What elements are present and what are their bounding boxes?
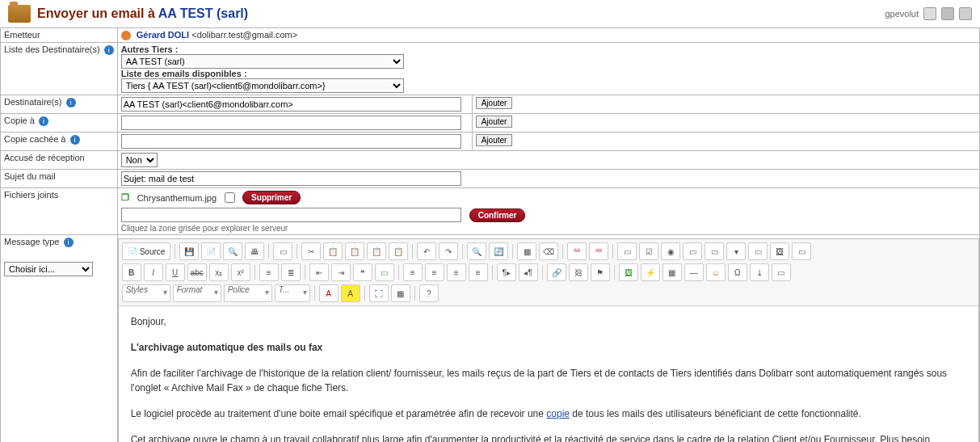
indent-icon[interactable]: ⇥ — [331, 263, 351, 281]
user-icon — [121, 31, 131, 40]
file-browse-input[interactable] — [121, 208, 461, 222]
text-color-icon[interactable]: A — [319, 284, 339, 302]
info-icon[interactable]: i — [66, 98, 76, 107]
table-icon[interactable]: ▦ — [662, 263, 682, 281]
add-copy-button[interactable]: Ajouter — [476, 116, 513, 128]
radio-icon[interactable]: ◉ — [661, 242, 680, 260]
image-icon[interactable]: 🖼 — [619, 263, 638, 281]
paste-icon[interactable]: 📋 — [345, 242, 364, 260]
styles-select[interactable]: Styles — [122, 284, 170, 302]
link-icon[interactable]: 🔗 — [547, 263, 566, 281]
bcc-input[interactable] — [121, 134, 461, 149]
preview-icon[interactable]: 🔍 — [223, 242, 242, 260]
template-icon[interactable]: ▭ — [273, 242, 292, 260]
print-icon[interactable]: 🖶 — [245, 242, 264, 260]
removeformat-icon[interactable]: ⌫ — [539, 242, 558, 260]
add-bcc-button[interactable]: Ajouter — [476, 134, 513, 146]
unlink-icon[interactable]: ⛓ — [569, 263, 588, 281]
hr-icon[interactable]: ― — [684, 263, 704, 281]
attachment-checkbox[interactable] — [225, 192, 235, 203]
body-greeting: Bonjour, — [131, 314, 966, 329]
paste-text-icon[interactable]: 📋 — [367, 242, 386, 260]
bold-icon[interactable]: B — [122, 263, 141, 281]
paste-word-icon[interactable]: 📋 — [389, 242, 408, 260]
checkbox-icon[interactable]: ☑ — [639, 242, 658, 260]
body-link-copie[interactable]: copie — [546, 408, 570, 419]
anchor-icon[interactable]: ⚑ — [591, 263, 610, 281]
align-left-icon[interactable]: ≡ — [403, 263, 423, 281]
align-justify-icon[interactable]: ≡ — [469, 263, 488, 281]
underline-icon[interactable]: U — [166, 263, 185, 281]
outdent-icon[interactable]: ⇤ — [309, 263, 329, 281]
iframe-icon[interactable]: ▭ — [772, 263, 791, 281]
maximize-icon[interactable]: ⛶ — [369, 284, 389, 302]
folder-icon — [8, 5, 31, 23]
label-recipients-list: Liste des Destinataire(s) i — [1, 43, 118, 95]
copy-to-input[interactable] — [121, 116, 461, 130]
button-icon[interactable]: ▭ — [748, 242, 768, 260]
template-select[interactable]: Choisir ici... — [4, 262, 93, 276]
imagebutton-icon[interactable]: 🖼 — [770, 242, 789, 260]
lock-icon[interactable] — [941, 7, 954, 20]
form-icon[interactable]: ▭ — [617, 242, 637, 260]
about-icon[interactable]: ? — [419, 284, 439, 302]
subject-input[interactable] — [121, 171, 461, 186]
scayt-icon[interactable]: ᴬᴮ — [589, 242, 608, 260]
ltr-icon[interactable]: ¶▸ — [497, 263, 516, 281]
label-bcc: Copie cachée à i — [1, 133, 118, 151]
available-emails-label: Liste des emails disponibles : — [121, 69, 247, 78]
home-icon[interactable] — [923, 7, 936, 20]
hiddenfield-icon[interactable]: ▭ — [792, 242, 811, 260]
align-right-icon[interactable]: ≡ — [447, 263, 466, 281]
replace-icon[interactable]: 🔄 — [489, 242, 508, 260]
copy-icon[interactable]: 📋 — [323, 242, 343, 260]
subscript-icon[interactable]: x₂ — [209, 263, 229, 281]
receipt-select[interactable]: Non — [121, 153, 158, 167]
font-select[interactable]: Police — [224, 284, 272, 302]
editor-body[interactable]: Bonjour, L'archivage automatique des mai… — [119, 306, 978, 442]
size-select[interactable]: T... — [275, 284, 310, 302]
textarea-icon[interactable]: ▭ — [705, 242, 724, 260]
smiley-icon[interactable]: ☺ — [706, 263, 726, 281]
format-select[interactable]: Format — [173, 284, 221, 302]
numberlist-icon[interactable]: ≡ — [259, 263, 279, 281]
attachment-name: Chrysanthemum.jpg — [137, 193, 217, 203]
tiers-select[interactable]: AA TEST (sarl) — [121, 54, 404, 69]
pagebreak-icon[interactable]: ⤓ — [750, 263, 769, 281]
find-icon[interactable]: 🔍 — [467, 242, 486, 260]
rtl-icon[interactable]: ◂¶ — [519, 263, 538, 281]
info-icon[interactable]: i — [70, 135, 80, 145]
bulletlist-icon[interactable]: ≣ — [281, 263, 301, 281]
div-icon[interactable]: ▭ — [375, 263, 394, 281]
cut-icon[interactable]: ✂ — [301, 242, 321, 260]
superscript-icon[interactable]: x² — [231, 263, 250, 281]
info-icon[interactable]: i — [104, 45, 114, 55]
print-icon[interactable] — [959, 7, 972, 20]
emails-select[interactable]: Tiers { AA TEST (sarl)<client6@mondoliba… — [121, 78, 404, 93]
save-icon[interactable]: 💾 — [179, 242, 199, 260]
redo-icon[interactable]: ↷ — [439, 242, 458, 260]
info-icon[interactable]: i — [39, 116, 48, 126]
align-center-icon[interactable]: ≡ — [425, 263, 444, 281]
title-entity: AA TEST (sarl) — [158, 6, 248, 20]
recipients-input[interactable] — [121, 97, 461, 112]
newpage-icon[interactable]: 📄 — [201, 242, 221, 260]
label-message-type: Message type i Choisir ici... — [1, 235, 118, 442]
blockquote-icon[interactable]: ❝ — [353, 263, 372, 281]
spellcheck-icon[interactable]: ᴬᴮ — [567, 242, 587, 260]
specialchar-icon[interactable]: Ω — [728, 263, 747, 281]
select-icon[interactable]: ▾ — [726, 242, 746, 260]
textfield-icon[interactable]: ▭ — [683, 242, 702, 260]
confirm-attachment-button[interactable]: Confirmer — [469, 208, 526, 222]
add-recipient-button[interactable]: Ajouter — [476, 97, 513, 109]
showblocks-icon[interactable]: ▦ — [391, 284, 410, 302]
source-button[interactable]: 📄 Source — [122, 242, 171, 260]
bg-color-icon[interactable]: A — [341, 284, 360, 302]
undo-icon[interactable]: ↶ — [417, 242, 436, 260]
info-icon[interactable]: i — [64, 238, 74, 247]
flash-icon[interactable]: ⚡ — [641, 263, 660, 281]
delete-attachment-button[interactable]: Supprimer — [242, 191, 301, 204]
selectall-icon[interactable]: ▦ — [517, 242, 536, 260]
strike-icon[interactable]: abc — [187, 263, 207, 281]
italic-icon[interactable]: I — [144, 263, 163, 281]
